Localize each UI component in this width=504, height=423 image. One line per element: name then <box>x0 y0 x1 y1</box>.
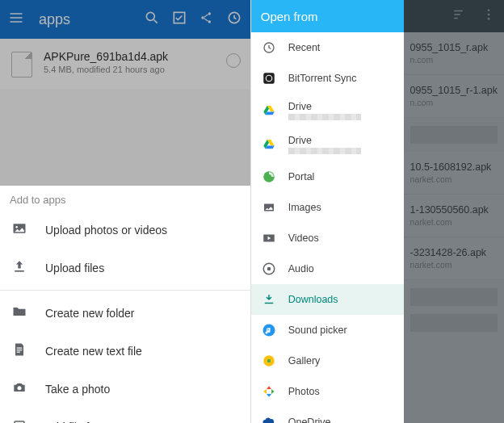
source-label: Drive <box>288 135 361 146</box>
menu-label: Create new folder <box>45 307 135 320</box>
svg-rect-11 <box>17 352 20 353</box>
source-label: OneDrive <box>288 417 331 423</box>
item-name: 10.5-1608192.apk <box>410 161 498 173</box>
svg-point-3 <box>208 12 210 15</box>
source-photos[interactable]: Photos <box>251 376 404 407</box>
source-soundpicker[interactable]: Sound picker <box>251 315 404 346</box>
action-sheet: Add to apps Upload photos or videosUploa… <box>0 186 250 423</box>
item-name: 1-130550560.apk <box>410 204 498 216</box>
svg-rect-23 <box>264 303 273 304</box>
svg-point-0 <box>146 12 154 20</box>
history-icon[interactable] <box>226 10 242 29</box>
file-row[interactable]: APKPure_691ba1d4.apk 5.4 MB, modified 21… <box>0 39 250 89</box>
file-icon <box>11 52 32 77</box>
sheet-title: Add to apps <box>0 186 250 211</box>
list-item[interactable]: 1-130550560.apknarket.com <box>404 195 504 237</box>
images-icon <box>261 199 277 216</box>
source-label: Photos <box>288 386 320 397</box>
upload-icon <box>11 258 27 277</box>
source-drive2[interactable]: Drive <box>251 128 404 161</box>
list-item[interactable]: 0955_1015_r-1.apkn.com <box>404 75 504 118</box>
source-label: Downloads <box>288 294 338 305</box>
svg-rect-19 <box>264 204 274 212</box>
svg-rect-8 <box>15 270 24 272</box>
svg-point-29 <box>488 18 490 20</box>
menu-new-folder[interactable]: Create new folder <box>0 294 250 332</box>
svg-point-4 <box>208 20 210 23</box>
menu-icon[interactable] <box>8 10 24 29</box>
menu-label: Upload files <box>45 262 104 274</box>
source-downloads[interactable]: Downloads <box>251 284 404 315</box>
open-from-title: Open from <box>261 10 318 23</box>
drive-icon <box>261 136 277 153</box>
file-action-icon[interactable] <box>226 53 241 68</box>
photos-icon <box>261 383 277 400</box>
menu-label: Upload photos or videos <box>45 224 167 237</box>
item-meta: narket.com <box>410 217 498 227</box>
source-label: Sound picker <box>288 325 347 336</box>
source-label: Recent <box>288 42 321 53</box>
source-images[interactable]: Images <box>251 192 404 223</box>
source-onedrive[interactable]: OneDrive <box>251 407 404 423</box>
download-icon <box>261 291 277 308</box>
text-icon <box>11 341 27 360</box>
svg-rect-10 <box>17 350 23 350</box>
svg-point-28 <box>488 14 490 16</box>
folder-icon <box>11 304 27 322</box>
item-name: 0955_1015_r.apk <box>410 42 498 53</box>
source-portal[interactable]: Portal <box>251 161 404 192</box>
menu-take-photo[interactable]: Take a photo <box>0 370 250 408</box>
source-drive1[interactable]: Drive <box>251 94 404 128</box>
sort-icon[interactable] <box>452 7 467 25</box>
menu-upload-media[interactable]: Upload photos or videos <box>0 211 250 249</box>
app-header: apps <box>0 0 250 39</box>
list-item[interactable]: 0955_1015_r.apkn.com <box>404 32 504 75</box>
share-icon[interactable] <box>199 10 215 29</box>
divider <box>0 290 250 291</box>
list-item-redacted <box>410 126 498 144</box>
menu-from-computer[interactable]: Add file from a computer <box>0 408 250 423</box>
drive-icon <box>261 103 277 119</box>
overflow-icon[interactable] <box>481 7 496 25</box>
svg-point-12 <box>18 386 22 390</box>
gallery-icon <box>261 353 277 369</box>
source-btsync[interactable]: BitTorrent Sync <box>251 63 404 94</box>
file-meta: 5.4 MB, modified 21 hours ago <box>44 65 168 74</box>
portal-icon <box>261 169 277 185</box>
source-videos[interactable]: Videos <box>251 223 404 253</box>
item-meta: narket.com <box>410 260 498 270</box>
camera-icon <box>11 379 27 398</box>
list-item[interactable]: -3231428-26.apknarket.com <box>404 237 504 280</box>
source-label: Portal <box>288 171 315 182</box>
btsync-icon <box>261 70 277 86</box>
file-name: APKPure_691ba1d4.apk <box>44 50 168 63</box>
sound-icon <box>261 322 277 338</box>
svg-point-26 <box>267 359 271 363</box>
source-audio[interactable]: Audio <box>251 253 404 284</box>
menu-new-text[interactable]: Create new text file <box>0 332 250 370</box>
svg-point-22 <box>267 267 271 271</box>
item-meta: n.com <box>410 55 498 65</box>
item-meta: narket.com <box>410 174 498 184</box>
source-label: Drive <box>288 101 361 112</box>
menu-upload-files[interactable]: Upload files <box>0 249 250 287</box>
svg-point-7 <box>15 226 18 228</box>
svg-point-2 <box>201 16 204 19</box>
menu-label: Take a photo <box>45 383 110 396</box>
laptop-icon <box>11 417 27 423</box>
item-name: 0955_1015_r-1.apk <box>410 85 498 96</box>
menu-label: Create new text file <box>45 345 142 358</box>
source-label: Audio <box>288 263 314 274</box>
search-icon[interactable] <box>144 10 160 29</box>
svg-rect-9 <box>17 348 23 349</box>
source-recent[interactable]: Recent <box>251 32 404 63</box>
redacted-text <box>288 148 361 154</box>
source-label: Images <box>288 202 321 213</box>
item-meta: n.com <box>410 98 498 107</box>
open-from-header: Open from <box>251 0 404 32</box>
check-icon[interactable] <box>171 10 187 29</box>
source-label: BitTorrent Sync <box>288 73 357 84</box>
source-gallery[interactable]: Gallery <box>251 346 404 376</box>
image-icon <box>11 220 27 239</box>
list-item[interactable]: 10.5-1608192.apknarket.com <box>404 152 504 195</box>
